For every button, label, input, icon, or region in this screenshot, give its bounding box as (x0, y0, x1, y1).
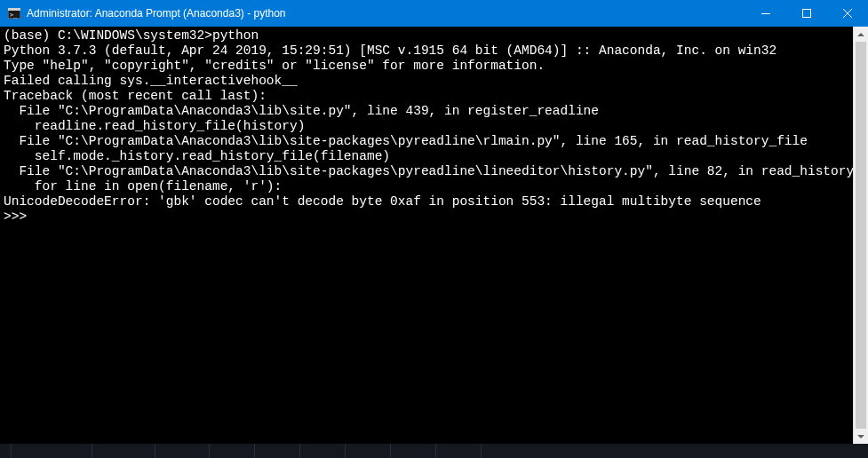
maximize-button[interactable] (786, 0, 827, 27)
titlebar[interactable]: >_ Administrator: Anaconda Prompt (Anaco… (0, 0, 868, 27)
close-button[interactable] (827, 0, 868, 27)
window-controls (745, 0, 868, 27)
console-window: >_ Administrator: Anaconda Prompt (Anaco… (0, 0, 868, 444)
svg-marker-8 (857, 435, 864, 438)
svg-rect-3 (761, 13, 770, 14)
taskbar-strip (0, 444, 868, 458)
terminal-area: (base) C:\WINDOWS\system32>python Python… (0, 27, 868, 444)
svg-rect-4 (803, 10, 811, 18)
minimize-button[interactable] (745, 0, 786, 27)
vertical-scrollbar[interactable] (853, 27, 868, 444)
scroll-thumb[interactable] (856, 42, 866, 429)
svg-rect-1 (8, 8, 20, 11)
svg-marker-7 (857, 33, 864, 36)
app-icon: >_ (7, 6, 21, 20)
window-title: Administrator: Anaconda Prompt (Anaconda… (27, 7, 745, 20)
svg-text:>_: >_ (10, 12, 18, 19)
scroll-up-button[interactable] (854, 27, 868, 42)
scroll-down-button[interactable] (854, 429, 868, 444)
terminal-output[interactable]: (base) C:\WINDOWS\system32>python Python… (0, 27, 853, 444)
scroll-track[interactable] (854, 42, 868, 429)
